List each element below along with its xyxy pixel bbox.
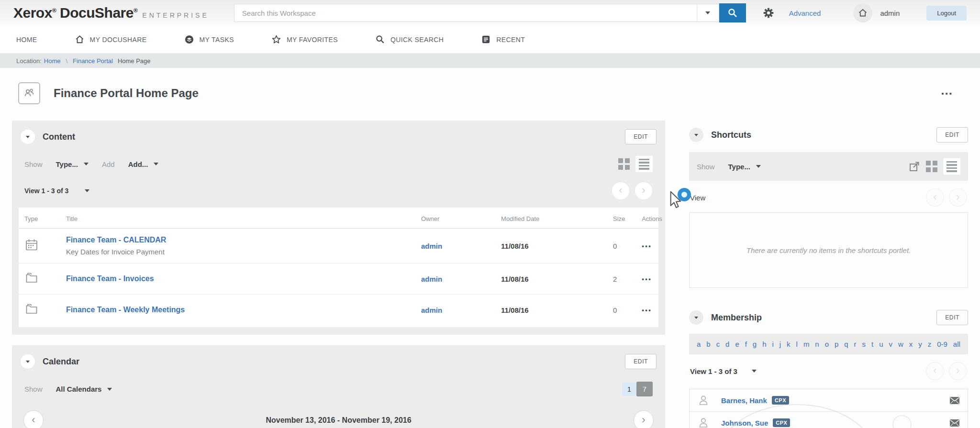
grid-view-icon[interactable] <box>618 158 630 170</box>
alphabet-link[interactable]: p <box>835 340 838 348</box>
alphabet-link[interactable]: x <box>909 340 913 348</box>
item-owner-link[interactable]: admin <box>415 242 495 250</box>
content-prev-page-button[interactable]: ‹ <box>612 182 630 200</box>
alphabet-link[interactable]: 0-9 <box>937 340 947 348</box>
chevron-down-icon[interactable] <box>107 388 112 391</box>
membership-next-button[interactable]: › <box>949 362 967 380</box>
alphabet-link[interactable]: n <box>815 340 819 348</box>
search-icon <box>727 8 738 18</box>
shortcuts-prev-button[interactable]: ‹ <box>926 188 944 207</box>
chevron-down-icon[interactable] <box>756 165 761 168</box>
alphabet-link[interactable]: l <box>796 340 798 348</box>
list-view-icon[interactable] <box>943 158 960 175</box>
item-title-link[interactable]: Finance Team - Invoices <box>66 274 415 283</box>
item-owner-link[interactable]: admin <box>415 275 495 283</box>
chevron-down-icon[interactable] <box>84 163 89 165</box>
alphabet-link[interactable]: i <box>772 340 773 348</box>
calendar-edit-button[interactable]: EDIT <box>625 354 657 369</box>
content-edit-button[interactable]: EDIT <box>625 129 657 144</box>
alphabet-link[interactable]: j <box>780 340 781 348</box>
calendar-filter-dropdown[interactable]: All Calendars <box>56 385 102 393</box>
gear-icon[interactable] <box>762 7 775 19</box>
chevron-down-icon[interactable] <box>154 163 158 165</box>
breadcrumb-home-link[interactable]: Home <box>44 57 61 65</box>
shortcuts-edit-button[interactable]: EDIT <box>936 127 968 143</box>
table-row: Finance Team - Weekly Meetings admin 11/… <box>19 295 658 325</box>
calendar-week-view-button[interactable]: 7 <box>636 382 653 396</box>
alphabet-link[interactable]: v <box>889 340 893 348</box>
alphabet-link[interactable]: d <box>725 340 729 348</box>
shortcuts-type-dropdown[interactable]: Type... <box>728 163 750 171</box>
membership-edit-button[interactable]: EDIT <box>936 310 968 325</box>
content-next-page-button[interactable]: › <box>635 182 653 200</box>
item-title-link[interactable]: Finance Team - Weekly Meetings <box>66 306 415 314</box>
alphabet-link[interactable]: s <box>862 340 866 348</box>
username-label[interactable]: admin <box>880 9 900 17</box>
collapse-content-button[interactable] <box>21 130 35 144</box>
item-actions-menu[interactable]: ••• <box>636 307 658 314</box>
collapse-calendar-button[interactable] <box>21 354 35 369</box>
chevron-down-icon[interactable] <box>85 189 89 192</box>
email-icon[interactable] <box>949 396 960 405</box>
add-dropdown[interactable]: Add... <box>128 160 148 168</box>
alphabet-link[interactable]: e <box>735 340 739 348</box>
show-label: Show <box>24 160 43 168</box>
nav-item-my-docushare[interactable]: MY DOCUSHARE <box>75 34 147 44</box>
calendar-date-range: November 13, 2016 - November 19, 2016 <box>19 416 658 425</box>
chevron-down-icon[interactable] <box>752 370 757 373</box>
breadcrumb-current: Home Page <box>118 57 151 65</box>
breadcrumb-portal-link[interactable]: Finance Portal <box>73 57 113 65</box>
calendar-icon <box>24 238 39 252</box>
nav-item-quick-search[interactable]: QUICK SEARCH <box>375 34 444 44</box>
alphabet-link[interactable]: c <box>716 340 720 348</box>
nav-item-my-tasks[interactable]: MY TASKS <box>184 34 234 44</box>
alphabet-link[interactable]: m <box>803 340 810 348</box>
main-nav: HOME MY DOCUSHARE MY TASKS MY FAVORITES … <box>0 26 980 54</box>
alphabet-link[interactable]: o <box>825 340 829 348</box>
col-actions: Actions <box>636 215 658 222</box>
open-in-new-icon[interactable] <box>909 161 920 172</box>
item-owner-link[interactable]: admin <box>415 306 495 314</box>
nav-item-recent[interactable]: RECENT <box>481 34 525 44</box>
alphabet-link[interactable]: h <box>762 340 766 348</box>
item-actions-menu[interactable]: ••• <box>636 275 658 283</box>
email-icon[interactable] <box>949 419 960 427</box>
item-title-link[interactable]: Finance Team - CALENDAR <box>66 236 415 244</box>
alphabet-link[interactable]: q <box>844 340 848 348</box>
shortcuts-next-button[interactable]: › <box>949 188 967 207</box>
logo-brand: Xerox® DocuShare® <box>13 5 137 21</box>
membership-view-count: View 1 - 3 of 3 <box>690 367 737 375</box>
item-modified-date: 11/08/16 <box>495 275 607 283</box>
calendar-day-view-button[interactable]: 1 <box>622 383 636 396</box>
page-more-menu[interactable]: ••• <box>941 89 953 98</box>
membership-prev-button[interactable]: ‹ <box>926 362 944 380</box>
alphabet-link[interactable]: k <box>787 340 791 348</box>
alphabet-link[interactable]: f <box>745 340 747 348</box>
type-filter-dropdown[interactable]: Type... <box>56 160 78 168</box>
alphabet-link[interactable]: r <box>854 340 857 348</box>
alphabet-link[interactable]: w <box>898 340 903 348</box>
logout-button[interactable]: Logout <box>926 6 967 21</box>
item-actions-menu[interactable]: ••• <box>636 242 658 250</box>
grid-view-icon[interactable] <box>926 161 937 172</box>
search-scope-dropdown[interactable] <box>697 4 719 22</box>
alphabet-link[interactable]: all <box>953 340 960 348</box>
search-button[interactable] <box>719 3 746 22</box>
collapse-shortcuts-button[interactable] <box>689 128 703 142</box>
alphabet-link[interactable]: t <box>871 340 873 348</box>
alphabet-link[interactable]: u <box>879 340 883 348</box>
star-icon <box>271 34 281 44</box>
nav-item-my-favorites[interactable]: MY FAVORITES <box>271 34 338 44</box>
alphabet-link[interactable]: b <box>706 340 710 348</box>
alphabet-link[interactable]: g <box>753 340 757 348</box>
member-name-link[interactable]: Barnes, Hank <box>721 396 767 405</box>
alphabet-link[interactable]: y <box>918 340 922 348</box>
collapse-membership-button[interactable] <box>689 310 703 325</box>
search-input[interactable] <box>234 9 697 17</box>
nav-item-home[interactable]: HOME <box>16 36 37 44</box>
advanced-search-link[interactable]: Advanced <box>789 9 821 17</box>
list-view-icon[interactable] <box>635 156 653 172</box>
alphabet-link[interactable]: z <box>928 340 932 348</box>
alphabet-link[interactable]: a <box>697 340 701 348</box>
user-home-button[interactable] <box>853 3 872 22</box>
